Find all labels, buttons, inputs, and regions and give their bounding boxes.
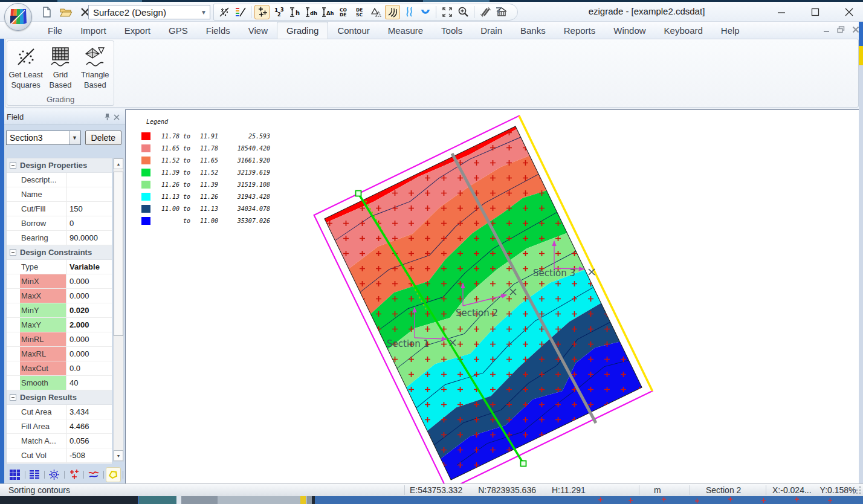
show-drains-button[interactable] [418, 5, 433, 19]
menu-item[interactable]: Help [712, 22, 749, 39]
scrollbar-thumb[interactable] [114, 172, 123, 336]
add-points-button[interactable] [66, 467, 82, 482]
menu-item[interactable]: GPS [160, 22, 197, 39]
mdi-restore-button[interactable] [836, 25, 845, 34]
app-logo-button[interactable] [4, 3, 32, 31]
property-value[interactable]: 0.0 [66, 361, 112, 375]
property-row[interactable]: MaxCut 0.0 [7, 361, 112, 376]
mdi-minimize-button[interactable] [822, 25, 831, 34]
minimize-button[interactable] [772, 4, 790, 20]
property-value[interactable]: 40 [66, 376, 112, 390]
open-folder-button[interactable] [58, 4, 74, 20]
show-codes-button[interactable]: CO DE [336, 5, 351, 19]
property-row[interactable]: MaxRL 0.000 [7, 347, 112, 361]
table-view-button[interactable] [27, 467, 43, 482]
show-contours-button[interactable] [385, 5, 400, 19]
property-row[interactable]: Match A... 0.056 [7, 434, 112, 448]
resize-grip[interactable] [853, 485, 862, 495]
property-row[interactable]: MaxX 0.000 [7, 289, 112, 303]
panel-close-button[interactable] [112, 112, 121, 122]
menu-item[interactable]: View [239, 22, 277, 39]
property-row[interactable]: Descript... [7, 173, 112, 187]
section-2-label[interactable]: Section 2 [456, 308, 498, 318]
zoom-extents-button[interactable] [439, 5, 454, 19]
section-handle-bottom[interactable] [521, 461, 526, 467]
property-value[interactable]: 0.000 [66, 274, 112, 288]
colored-contours-button[interactable] [233, 5, 248, 19]
show-descriptions-button[interactable]: DE SC [352, 5, 367, 19]
show-flow-lines-button[interactable] [401, 5, 416, 19]
menu-item[interactable]: File [39, 22, 71, 39]
collapse-icon[interactable] [10, 394, 16, 401]
collapse-icon[interactable] [10, 162, 16, 169]
show-triangles-button[interactable] [369, 5, 384, 19]
property-value[interactable]: 150 [66, 202, 112, 216]
field-select[interactable]: Section3 ▼ [6, 131, 81, 145]
property-value[interactable]: 0 [66, 216, 112, 230]
close-button[interactable] [840, 4, 858, 20]
property-value[interactable]: 0.056 [66, 434, 112, 448]
menu-item[interactable]: Drain [471, 22, 511, 39]
collapse-icon[interactable] [10, 249, 16, 256]
settings-sun-button[interactable] [47, 467, 62, 482]
surface-select[interactable]: Surface2 (Design) ▼ [88, 5, 210, 19]
property-value[interactable]: 2.000 [66, 318, 112, 332]
property-row[interactable]: Cut Vol -508 [7, 448, 112, 463]
maximize-button[interactable] [806, 4, 824, 20]
grid-based-button[interactable]: GridBased [43, 44, 77, 95]
get-least-squares-button[interactable]: Get LeastSquares [8, 44, 43, 95]
menu-item[interactable]: Reports [555, 22, 605, 39]
menu-item[interactable]: Banks [511, 22, 555, 39]
property-row[interactable]: Cut/Fill 150 [7, 202, 112, 216]
property-row[interactable]: Bearing 90.0000 [7, 231, 112, 245]
show-heights-button[interactable]: h [287, 5, 302, 19]
delete-field-button[interactable]: Delete [85, 131, 121, 145]
scroll-down-button[interactable]: ▼ [114, 450, 123, 461]
property-row[interactable]: MinRL 0.000 [7, 332, 112, 347]
property-row[interactable]: MaxY 2.000 [7, 318, 112, 332]
triangle-based-button[interactable]: TriangleBased [78, 44, 112, 95]
property-row[interactable]: Fill Area 4.466 [7, 419, 112, 434]
hatch-button[interactable] [477, 5, 493, 19]
property-row[interactable]: MinY 0.020 [7, 303, 112, 318]
property-row[interactable]: Name [7, 187, 112, 202]
menu-item[interactable]: Grading [277, 22, 328, 39]
new-document-button[interactable] [39, 4, 54, 20]
section-header-design-results[interactable]: Design Results [7, 390, 112, 405]
show-points-button[interactable] [254, 5, 270, 19]
section-handle-top[interactable] [356, 191, 361, 196]
section-3-label[interactable]: Section 3 [533, 268, 575, 279]
menu-item[interactable]: Export [115, 22, 160, 39]
property-grid-scrollbar[interactable]: ▲ ▼ [113, 158, 124, 462]
field-polygon-button[interactable] [106, 467, 121, 482]
section-header-design-constraints[interactable]: Design Constraints [7, 245, 112, 260]
draw-points-line-button[interactable] [216, 5, 231, 19]
toolbar-overflow-button[interactable]: ▼ [494, 7, 503, 16]
property-value[interactable]: 0.020 [66, 303, 112, 317]
property-value[interactable]: 0.000 [66, 332, 112, 346]
menu-item[interactable]: Keyboard [655, 22, 712, 39]
property-value[interactable]: -508 [66, 448, 112, 462]
show-point-numbers-button[interactable]: 1 2 3 [271, 5, 286, 19]
property-row[interactable]: Type Variable [7, 260, 112, 274]
show-delta-heights-button[interactable]: dh [303, 5, 318, 19]
property-value[interactable]: 90.0000 [66, 231, 112, 245]
property-value[interactable] [66, 187, 112, 201]
show-design-heights-button[interactable]: Δh [320, 5, 335, 19]
property-value[interactable] [66, 173, 112, 187]
grid-view-button[interactable] [7, 467, 23, 482]
menu-item[interactable]: Contour [328, 22, 378, 39]
property-value[interactable]: Variable [66, 260, 112, 274]
property-value[interactable]: 0.000 [66, 347, 112, 361]
menu-item[interactable]: Tools [432, 22, 471, 39]
property-row[interactable]: Smooth 40 [7, 376, 112, 390]
property-value[interactable]: 0.000 [66, 289, 112, 303]
property-row[interactable]: MinX 0.000 [7, 274, 112, 289]
zoom-in-button[interactable] [456, 5, 471, 19]
property-value[interactable]: 4.466 [66, 419, 112, 433]
section-wave-button[interactable] [86, 467, 102, 482]
menu-item[interactable]: Measure [379, 22, 432, 39]
pin-button[interactable] [102, 112, 112, 122]
section-header-design-properties[interactable]: Design Properties [7, 158, 112, 173]
property-value[interactable]: 3.434 [66, 405, 112, 419]
